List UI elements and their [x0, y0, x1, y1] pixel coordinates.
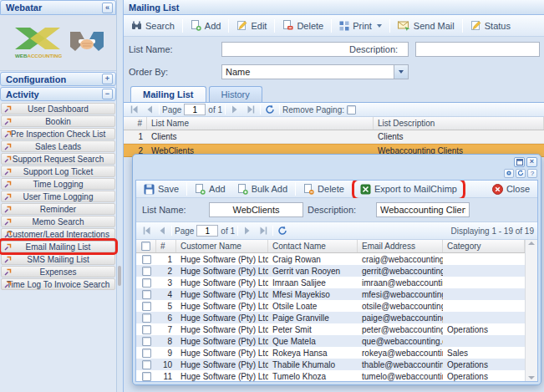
- table-row[interactable]: 7 Huge Software (Pty) Ltd Peter Smit pet…: [136, 323, 525, 335]
- row-checkbox[interactable]: [142, 313, 151, 323]
- status-button[interactable]: Status: [466, 18, 515, 33]
- delete-button[interactable]: Delete: [299, 182, 348, 196]
- sidebar-item[interactable]: Time Logging: [1, 178, 115, 190]
- table-row[interactable]: 8 Huge Software (Pty) Ltd Que Matela que…: [136, 335, 525, 347]
- table-row[interactable]: 1 Huge Software (Pty) Ltd Craig Rowan cr…: [136, 253, 525, 265]
- first-page-button[interactable]: [140, 225, 153, 237]
- column-header-list-name[interactable]: List Name: [147, 117, 374, 130]
- table-row[interactable]: 11 Huge Software (Pty) Ltd Tumelo Khoza …: [136, 370, 525, 382]
- sidebar-item[interactable]: Memo Search: [1, 216, 115, 227]
- prev-page-button[interactable]: [143, 104, 156, 115]
- sidebar-item[interactable]: User Dashboard: [1, 103, 115, 115]
- row-checkbox[interactable]: [142, 290, 151, 299]
- column-header-contact-name[interactable]: Contact Name: [268, 240, 358, 252]
- email-address-cell: craig@webaccounting.co.za: [358, 255, 443, 264]
- next-page-button[interactable]: [241, 225, 254, 237]
- row-checkbox[interactable]: [142, 255, 151, 264]
- row-checkbox[interactable]: [142, 372, 151, 381]
- sidebar-item[interactable]: Support Request Search: [1, 153, 115, 165]
- table-row[interactable]: 10 Huge Software (Pty) Ltd Thabile Khuma…: [136, 359, 525, 370]
- delete-button[interactable]: Delete: [278, 18, 328, 33]
- dialog-titlebar[interactable]: ×: [133, 155, 541, 167]
- row-checkbox[interactable]: [142, 302, 151, 311]
- shortcut-icon: [4, 155, 12, 163]
- bulk-add-button[interactable]: Bulk Add: [233, 182, 292, 196]
- remove-paging-checkbox[interactable]: [347, 105, 356, 115]
- row-checkbox-cell: [136, 313, 156, 323]
- scroll-up-icon[interactable]: [528, 242, 535, 245]
- sidebar-item[interactable]: Support Log Ticket: [1, 165, 115, 177]
- sidebar-item[interactable]: User Time Logging: [1, 191, 115, 202]
- page-number-input[interactable]: [184, 104, 206, 115]
- add-button[interactable]: Add: [191, 182, 230, 196]
- collapse-section-icon[interactable]: −: [102, 89, 113, 99]
- sidebar-collapse-button[interactable]: «: [102, 3, 113, 13]
- order-by-select[interactable]: Name: [221, 64, 409, 79]
- expand-icon[interactable]: +: [102, 74, 113, 84]
- sidebar-item[interactable]: Reminder: [1, 203, 115, 215]
- table-row[interactable]: 4 Huge Software (Pty) Ltd Mfesi Mayekiso…: [136, 288, 525, 300]
- prev-page-button[interactable]: [155, 225, 169, 237]
- select-trigger[interactable]: [394, 65, 408, 79]
- column-header-list-description[interactable]: List Description: [374, 117, 544, 130]
- table-row[interactable]: 3 Huge Software (Pty) Ltd Imraan Salijee…: [136, 277, 525, 288]
- row-checkbox[interactable]: [142, 349, 151, 358]
- refresh-icon[interactable]: [516, 169, 526, 178]
- edit-button[interactable]: Edit: [232, 18, 271, 33]
- category-cell: Operations: [443, 360, 525, 369]
- column-header-number[interactable]: #: [124, 117, 147, 130]
- description-input[interactable]: [415, 42, 540, 57]
- section-activity[interactable]: Activity −: [0, 87, 116, 101]
- table-row[interactable]: 9 Huge Software (Pty) Ltd Rokeya Hansa r…: [136, 347, 525, 359]
- table-row[interactable]: 6 Huge Software (Pty) Ltd Paige Granvill…: [136, 312, 525, 323]
- select-all-checkbox[interactable]: [141, 242, 150, 251]
- page-number-input[interactable]: [196, 225, 218, 237]
- panel-splitter[interactable]: [117, 0, 123, 392]
- column-header-category[interactable]: Category: [443, 240, 525, 252]
- sidebar-item[interactable]: SMS Mailing List: [1, 253, 115, 265]
- save-button[interactable]: Save: [140, 182, 183, 196]
- next-page-button[interactable]: [228, 104, 241, 115]
- last-page-button[interactable]: [257, 225, 270, 237]
- add-button[interactable]: Add: [186, 18, 226, 33]
- row-checkbox[interactable]: [142, 337, 151, 346]
- tab-mailing-list[interactable]: Mailing List: [130, 86, 206, 102]
- sidebar-item[interactable]: Bookin: [1, 115, 115, 127]
- column-header-customer-name[interactable]: Customer Name: [176, 240, 268, 252]
- sidebar-item[interactable]: Pre Inspection Check List: [1, 128, 115, 140]
- row-checkbox[interactable]: [142, 325, 151, 334]
- sidebar-item[interactable]: Sales Leads: [1, 140, 115, 152]
- table-row[interactable]: 5 Huge Software (Pty) Ltd Otsile Loate o…: [136, 300, 525, 312]
- first-page-button[interactable]: [127, 104, 140, 115]
- row-checkbox[interactable]: [142, 278, 151, 288]
- row-checkbox[interactable]: [142, 267, 151, 276]
- sidebar-item[interactable]: Expenses: [1, 266, 115, 277]
- row-checkbox[interactable]: [142, 360, 151, 369]
- window-close-icon[interactable]: ×: [526, 157, 537, 167]
- sidebar-item[interactable]: Email Mailing List: [1, 241, 115, 252]
- table-row[interactable]: 2 Huge Software (Pty) Ltd Gerrit van Roo…: [136, 265, 525, 277]
- last-page-button[interactable]: [244, 104, 257, 115]
- description-input[interactable]: [376, 202, 470, 217]
- export-to-mailchimp-button[interactable]: Export to MailChimp: [356, 182, 461, 196]
- column-header-email-address[interactable]: Email Address: [358, 240, 443, 252]
- vertical-scrollbar[interactable]: [525, 240, 537, 381]
- customer-name-cell: Huge Software (Pty) Ltd: [176, 267, 268, 276]
- column-header-number[interactable]: #: [156, 240, 176, 252]
- refresh-icon[interactable]: [276, 225, 289, 237]
- table-row[interactable]: 1 Clients Clients: [124, 130, 544, 144]
- sidebar-item[interactable]: Customer/Lead Interactions: [1, 228, 115, 240]
- refresh-icon[interactable]: [263, 104, 277, 115]
- list-name-input[interactable]: [209, 202, 303, 217]
- gear-icon[interactable]: [504, 169, 514, 178]
- sidebar-item[interactable]: Time Log To Invoice Search: [1, 278, 115, 290]
- print-button[interactable]: Print: [335, 19, 386, 33]
- scroll-down-icon[interactable]: [528, 376, 535, 379]
- close-button[interactable]: Close: [488, 182, 534, 196]
- send-mail-button[interactable]: Send Mail: [394, 19, 459, 33]
- tab-history[interactable]: History: [209, 86, 262, 102]
- window-restore-icon[interactable]: [514, 157, 525, 167]
- search-button[interactable]: Search: [127, 18, 179, 33]
- section-configuration[interactable]: Configuration +: [0, 72, 116, 86]
- help-icon[interactable]: ?: [527, 169, 537, 178]
